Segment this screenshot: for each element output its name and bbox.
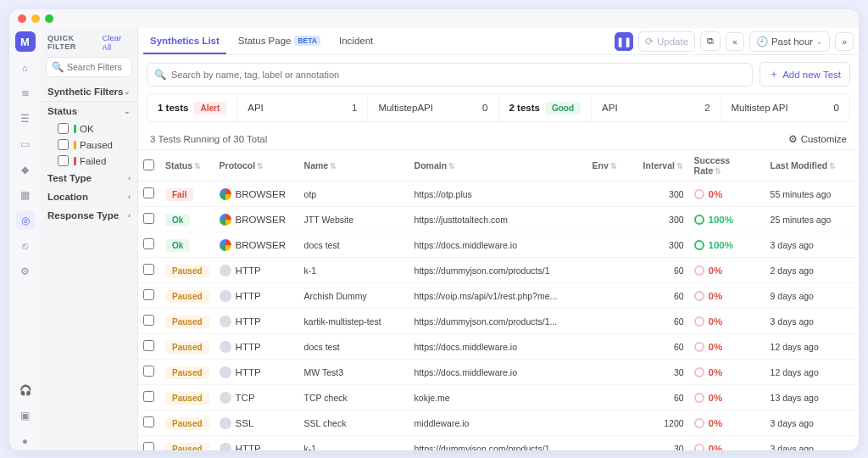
table-row[interactable]: Fail BROWSER otp https://otp.plus 300 0%… <box>138 182 859 207</box>
row-checkbox[interactable] <box>143 238 154 249</box>
table-row[interactable]: Paused HTTP Archish Dummy https://voip.m… <box>138 283 859 309</box>
nav-support-icon[interactable]: 🎧 <box>16 381 35 399</box>
pause-button[interactable]: ❚❚ <box>615 32 633 51</box>
sort-icon[interactable]: ⇅ <box>676 162 683 170</box>
col-success rate[interactable]: Success Rate⇅ <box>689 150 765 182</box>
nav-link-icon[interactable]: ⎋ <box>16 237 35 255</box>
sort-icon[interactable]: ⇅ <box>448 162 455 170</box>
table-row[interactable]: Ok BROWSER JTT Website https://justtotal… <box>138 207 859 232</box>
row-checkbox[interactable] <box>143 340 154 351</box>
modified-cell: 12 days ago <box>765 360 859 385</box>
row-checkbox[interactable] <box>143 264 154 275</box>
collapse-right-button[interactable]: » <box>835 32 854 51</box>
col-protocol[interactable]: Protocol⇅ <box>214 150 299 182</box>
col-name[interactable]: Name⇅ <box>299 150 409 182</box>
nav-synthetic-icon[interactable]: ◎ <box>16 211 35 230</box>
col-interval[interactable]: Interval⇅ <box>638 150 689 182</box>
nav-list-icon[interactable]: ☰ <box>16 109 35 128</box>
close-dot[interactable] <box>18 14 26 23</box>
min-dot[interactable] <box>31 14 40 23</box>
row-checkbox[interactable] <box>143 391 154 402</box>
table-row[interactable]: Paused SSL SSL check middleware.io 1200 … <box>138 411 859 436</box>
section-testtype[interactable]: Test Type › <box>41 169 137 187</box>
section-location[interactable]: Location › <box>41 187 137 206</box>
update-button[interactable]: ⟳ Update <box>638 31 695 52</box>
nav-avatar-icon[interactable]: ● <box>16 432 35 450</box>
section-responsetype[interactable]: Response Type › <box>41 206 137 225</box>
table-row[interactable]: Paused HTTP MW Test3 https://docs.middle… <box>138 360 859 385</box>
filter-status-paused[interactable]: Paused <box>51 137 137 153</box>
filter-status-ok[interactable]: OK <box>51 120 137 137</box>
row-checkbox[interactable] <box>143 315 154 326</box>
collapse-left-button[interactable]: « <box>726 32 744 51</box>
row-checkbox[interactable] <box>143 187 154 198</box>
col-last modified[interactable]: Last Modified⇅ <box>765 150 859 182</box>
filter-checkbox[interactable] <box>58 139 69 150</box>
status-badge: Paused <box>165 443 209 451</box>
protocol-cell: TCP <box>220 392 294 404</box>
sort-icon[interactable]: ⇅ <box>610 162 617 170</box>
filter-label: OK <box>80 124 94 134</box>
customize-button[interactable]: ⚙ Customize <box>788 133 847 145</box>
domain-cell: https://justtotaltech.com <box>409 207 587 232</box>
nav-grid-icon[interactable]: ▦ <box>16 186 35 204</box>
table-row[interactable]: Paused HTTP docs test https://docs.middl… <box>138 334 859 360</box>
env-cell <box>587 436 638 451</box>
table-row[interactable]: Paused HTTP k-1 https://dummyjson.com/pr… <box>138 258 859 283</box>
nav-cube-icon[interactable]: ▣ <box>16 406 35 425</box>
max-dot[interactable] <box>45 14 53 23</box>
tab-synthetics list[interactable]: Synthetics List <box>143 28 226 54</box>
select-all-checkbox[interactable] <box>143 159 154 170</box>
global-search-input[interactable] <box>171 70 745 80</box>
sort-icon[interactable]: ⇅ <box>715 167 721 176</box>
row-checkbox[interactable] <box>143 416 154 427</box>
filter-checkbox[interactable] <box>58 155 69 166</box>
chevron-right-icon: › <box>128 193 131 201</box>
sort-icon[interactable]: ⇅ <box>829 162 836 170</box>
copy-button[interactable]: ⧉ <box>700 31 721 51</box>
rate-cell: 0% <box>694 316 760 327</box>
table-row[interactable]: Paused HTTP k-1 https://dummyjson.com/pr… <box>138 436 859 451</box>
time-range-selector[interactable]: 🕘 Past hour ⌄ <box>749 31 830 52</box>
row-checkbox[interactable] <box>143 442 154 450</box>
name-cell: docs test <box>299 232 409 258</box>
sort-icon[interactable]: ⇅ <box>194 162 201 170</box>
table-row[interactable]: Paused HTTP kartik-multistep-test https:… <box>138 309 859 334</box>
nav-file-icon[interactable]: ▭ <box>16 135 35 154</box>
add-test-button[interactable]: ＋ Add new Test <box>760 62 850 87</box>
nav-home-icon[interactable]: ⌂ <box>16 59 35 77</box>
protocol-cell: BROWSER <box>220 214 294 226</box>
filter-search-input[interactable] <box>67 62 126 72</box>
rate-ring-icon <box>694 291 704 301</box>
env-cell <box>587 258 638 283</box>
filter-checkbox[interactable] <box>58 123 69 134</box>
table-row[interactable]: Paused TCP TCP check kokje.me 60 0% 13 d… <box>138 385 859 411</box>
col-domain[interactable]: Domain⇅ <box>409 150 587 182</box>
tab-status page[interactable]: Status Page BETA <box>231 28 327 54</box>
protocol-cell: HTTP <box>220 341 294 353</box>
env-cell <box>587 334 638 360</box>
row-checkbox[interactable] <box>143 213 154 224</box>
section-status[interactable]: Status ⌄ <box>41 102 137 120</box>
app-logo[interactable]: M <box>15 31 36 52</box>
col-env[interactable]: Env⇅ <box>587 150 638 182</box>
col-status[interactable]: Status⇅ <box>160 150 214 182</box>
row-checkbox[interactable] <box>143 289 154 300</box>
filter-search[interactable]: 🔍 <box>46 57 132 77</box>
protocol-icon <box>220 341 231 353</box>
protocol-cell: BROWSER <box>220 188 294 200</box>
sort-icon[interactable]: ⇅ <box>330 162 337 170</box>
sort-icon[interactable]: ⇅ <box>257 162 264 170</box>
nav-lines-icon[interactable]: ≋ <box>16 84 35 103</box>
nav-gear-icon[interactable]: ⚙ <box>16 262 35 281</box>
name-cell: TCP check <box>299 385 409 411</box>
tab-incident[interactable]: Incident <box>332 28 380 54</box>
nav-alerts-icon[interactable]: ◆ <box>16 160 35 179</box>
table-row[interactable]: Ok BROWSER docs test https://docs.middle… <box>138 232 859 258</box>
row-checkbox[interactable] <box>143 366 154 377</box>
synthetic-filters-header[interactable]: Synthetic Filters ⌄ <box>41 82 137 102</box>
global-search[interactable]: 🔍 <box>147 63 753 87</box>
domain-cell: kokje.me <box>409 385 587 411</box>
filter-status-failed[interactable]: Failed <box>51 153 137 169</box>
clear-all-link[interactable]: Clear All <box>103 33 131 52</box>
